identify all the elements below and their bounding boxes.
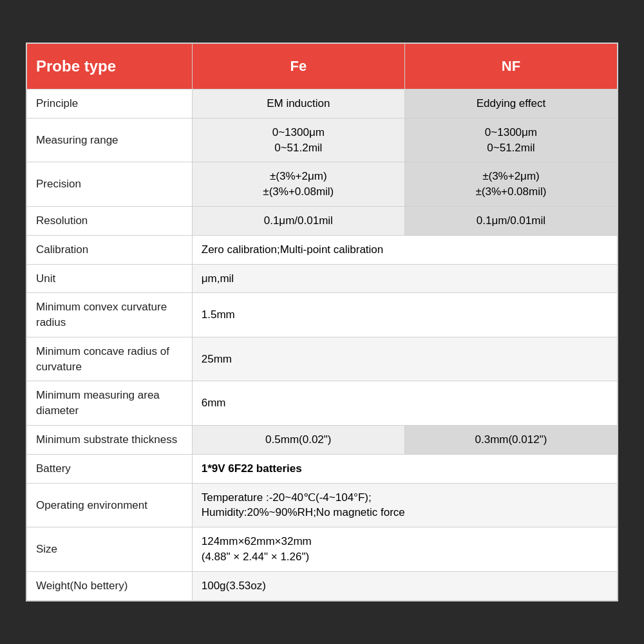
header-probe-type: Probe type [27,44,193,90]
table-row: CalibrationZero calibration;Multi-point … [27,235,618,264]
val-nf-min-substrate: 0.3mm(0.012") [404,426,617,455]
header-fe: Fe [192,44,404,90]
table-row: Minimum concave radius of curvature25mm [27,337,618,381]
prop-calibration: Calibration [27,235,193,264]
val-full-calibration: Zero calibration;Multi-point calibration [192,235,617,264]
val-fe-measuring-range: 0~1300μm 0~51.2mil [192,118,404,162]
prop-min-area: Minimum measuring area diameter [27,381,193,426]
table-row: Minimum substrate thickness0.5mm(0.02")0… [27,426,618,455]
table-row: Weight(No bettery)100g(3.53oz) [27,571,618,600]
prop-min-concave: Minimum concave radius of curvature [27,337,193,381]
prop-principle: Principle [27,89,193,118]
table-header-row: Probe type Fe NF [27,44,618,90]
val-nf-principle: Eddying effect [404,89,617,118]
table-row: PrincipleEM inductionEddying effect [27,89,618,118]
table-row: Unitμm,mil [27,264,618,293]
prop-size: Size [27,527,193,572]
prop-min-convex: Minimum convex curvature radius [27,293,193,337]
val-full-unit: μm,mil [192,264,617,293]
prop-unit: Unit [27,264,193,293]
val-nf-resolution: 0.1μm/0.01mil [404,206,617,235]
val-full-min-concave: 25mm [192,337,617,381]
table-row: Precision±(3%+2μm) ±(3%+0.08mil)±(3%+2μm… [27,162,618,207]
val-full-battery: 1*9V 6F22 batteries [192,454,617,483]
val-nf-measuring-range: 0~1300μm 0~51.2mil [404,118,617,162]
val-full-min-convex: 1.5mm [192,293,617,337]
prop-operating: Operating environment [27,483,193,527]
prop-resolution: Resolution [27,206,193,235]
prop-battery: Battery [27,454,193,483]
val-nf-precision: ±(3%+2μm) ±(3%+0.08mil) [404,162,617,207]
val-fe-min-substrate: 0.5mm(0.02") [192,426,404,455]
val-fe-resolution: 0.1μm/0.01mil [192,206,404,235]
table-row: Minimum convex curvature radius1.5mm [27,293,618,337]
val-full-size: 124mm×62mm×32mm (4.88" × 2.44" × 1.26") [192,527,617,572]
prop-weight: Weight(No bettery) [27,571,193,600]
val-full-min-area: 6mm [192,381,617,426]
prop-precision: Precision [27,162,193,207]
table-row: Operating environmentTemperature :-20~40… [27,483,618,527]
table-row: Size124mm×62mm×32mm (4.88" × 2.44" × 1.2… [27,527,618,572]
prop-measuring-range: Measuring range [27,118,193,162]
table-row: Measuring range0~1300μm 0~51.2mil0~1300μ… [27,118,618,162]
val-fe-precision: ±(3%+2μm) ±(3%+0.08mil) [192,162,404,207]
val-full-operating: Temperature :-20~40℃(-4~104°F); Humidity… [192,483,617,527]
table-row: Battery1*9V 6F22 batteries [27,454,618,483]
header-nf: NF [404,44,617,90]
prop-min-substrate: Minimum substrate thickness [27,426,193,455]
table-row: Resolution0.1μm/0.01mil0.1μm/0.01mil [27,206,618,235]
val-full-weight: 100g(3.53oz) [192,571,617,600]
table-row: Minimum measuring area diameter6mm [27,381,618,426]
spec-table: Probe type Fe NF PrincipleEM inductionEd… [26,43,618,600]
spec-table-container: Probe type Fe NF PrincipleEM inductionEd… [26,43,618,601]
val-fe-principle: EM induction [192,89,404,118]
